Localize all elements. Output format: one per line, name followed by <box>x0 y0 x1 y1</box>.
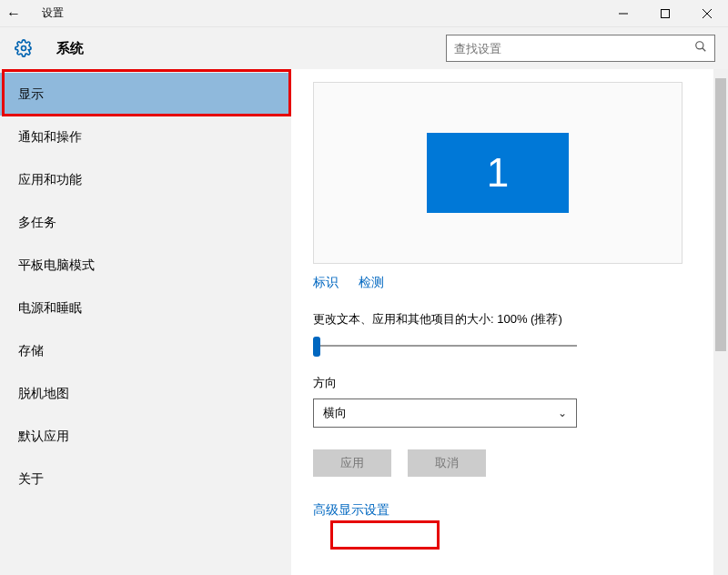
cancel-button[interactable]: 取消 <box>408 449 486 477</box>
svg-line-6 <box>703 48 706 52</box>
cancel-label: 取消 <box>435 455 459 471</box>
sidebar-item-label: 多任务 <box>18 215 56 231</box>
monitor-1[interactable]: 1 <box>427 133 569 213</box>
svg-point-5 <box>696 42 703 49</box>
sidebar-item-display[interactable]: 显示 <box>0 73 291 116</box>
sidebar-item-apps[interactable]: 应用和功能 <box>0 158 291 201</box>
search-icon <box>694 40 707 56</box>
sidebar-item-label: 电源和睡眠 <box>18 300 82 317</box>
sidebar-item-default-apps[interactable]: 默认应用 <box>0 415 291 458</box>
scale-slider[interactable] <box>313 337 577 355</box>
scrollbar[interactable] <box>713 69 728 575</box>
header: 系统 <box>0 27 728 69</box>
chevron-down-icon: ⌄ <box>558 407 567 419</box>
maximize-button[interactable] <box>644 0 686 27</box>
sidebar-item-label: 平板电脑模式 <box>18 257 95 274</box>
section-title: 系统 <box>56 40 84 57</box>
scale-label: 更改文本、应用和其他项目的大小: 100% (推荐) <box>313 311 710 328</box>
back-button[interactable]: ← <box>0 5 27 22</box>
apply-button[interactable]: 应用 <box>313 449 391 477</box>
identify-link[interactable]: 标识 <box>313 275 339 289</box>
monitor-number: 1 <box>487 150 509 196</box>
search-box[interactable] <box>446 35 715 62</box>
slider-thumb[interactable] <box>313 337 320 357</box>
orientation-value: 横向 <box>323 405 347 421</box>
sidebar: 显示 通知和操作 应用和功能 多任务 平板电脑模式 电源和睡眠 存储 脱机地图 … <box>0 69 291 575</box>
sidebar-item-label: 通知和操作 <box>18 129 82 146</box>
sidebar-item-notifications[interactable]: 通知和操作 <box>0 116 291 158</box>
slider-track <box>313 345 577 347</box>
orientation-label: 方向 <box>313 375 710 391</box>
sidebar-item-label: 脱机地图 <box>18 386 69 402</box>
window-title: 设置 <box>42 5 64 21</box>
sidebar-item-label: 关于 <box>18 471 44 488</box>
svg-point-4 <box>22 46 26 51</box>
sidebar-item-multitask[interactable]: 多任务 <box>0 201 291 244</box>
search-input[interactable] <box>454 42 694 55</box>
close-button[interactable] <box>686 0 728 27</box>
sidebar-item-label: 默认应用 <box>18 429 69 445</box>
minimize-button[interactable] <box>602 0 644 27</box>
detect-link[interactable]: 检测 <box>359 275 384 289</box>
advanced-display-link[interactable]: 高级显示设置 <box>313 502 389 519</box>
sidebar-item-maps[interactable]: 脱机地图 <box>0 372 291 415</box>
sidebar-item-label: 应用和功能 <box>18 172 82 188</box>
gear-icon <box>13 37 35 59</box>
scrollbar-thumb[interactable] <box>715 78 726 351</box>
apply-label: 应用 <box>340 455 364 471</box>
sidebar-item-storage[interactable]: 存储 <box>0 329 291 372</box>
display-actions: 标识 检测 <box>313 275 710 291</box>
sidebar-item-about[interactable]: 关于 <box>0 458 291 500</box>
monitor-preview[interactable]: 1 <box>313 82 682 264</box>
orientation-dropdown[interactable]: 横向 ⌄ <box>313 398 577 428</box>
sidebar-item-power[interactable]: 电源和睡眠 <box>0 287 291 329</box>
content-area: 1 标识 检测 更改文本、应用和其他项目的大小: 100% (推荐) 方向 横向… <box>291 69 728 575</box>
sidebar-item-label: 显示 <box>18 86 44 103</box>
sidebar-item-label: 存储 <box>18 343 44 359</box>
sidebar-item-tablet[interactable]: 平板电脑模式 <box>0 244 291 287</box>
titlebar: ← 设置 <box>0 0 728 27</box>
svg-rect-1 <box>662 9 670 17</box>
